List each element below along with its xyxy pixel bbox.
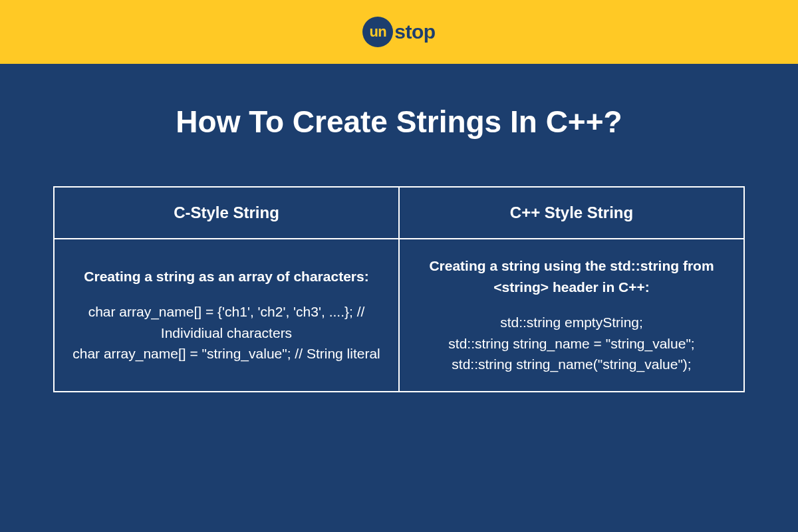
cpp-style-line1: std::string emptyString; <box>413 312 730 333</box>
cpp-style-heading: Creating a string using the std::string … <box>413 255 730 297</box>
cell-cpp-style: Creating a string using the std::string … <box>399 239 744 392</box>
table-header-row: C-Style String C++ Style String <box>54 187 744 239</box>
header-cpp-style: C++ Style String <box>399 187 744 239</box>
c-style-line1: char array_name[] = {'ch1', 'ch2', 'ch3'… <box>68 301 385 343</box>
c-style-heading: Creating a string as an array of charact… <box>68 266 385 287</box>
logo-circle-text: un <box>369 23 386 41</box>
table-body-row: Creating a string as an array of charact… <box>54 239 744 392</box>
page-title: How To Create Strings In C++? <box>176 104 622 140</box>
cpp-style-line2: std::string string_name = "string_value"… <box>413 333 730 354</box>
c-style-line2: char array_name[] = "string_value"; // S… <box>68 343 385 364</box>
header-c-style: C-Style String <box>54 187 399 239</box>
logo-text: stop <box>394 21 435 43</box>
header-bar: un stop <box>0 0 798 64</box>
cpp-style-line3: std::string string_name("string_value"); <box>413 354 730 375</box>
comparison-table: C-Style String C++ Style String Creating… <box>53 186 745 392</box>
cell-c-style: Creating a string as an array of charact… <box>54 239 399 392</box>
content-area: How To Create Strings In C++? C-Style St… <box>0 64 798 532</box>
logo-circle-icon: un <box>362 17 393 47</box>
logo: un stop <box>362 17 435 47</box>
